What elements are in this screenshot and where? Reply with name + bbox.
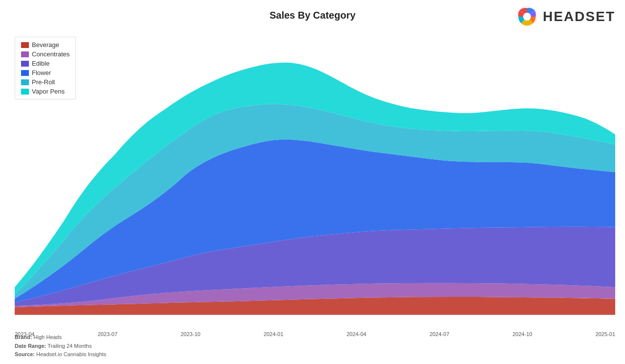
logo-text: HEADSET	[543, 9, 615, 24]
footer-date-value: Trailing 24 Months	[48, 343, 92, 349]
chart-area	[15, 34, 615, 325]
headset-logo-icon	[515, 5, 539, 28]
x-label-5: 2024-07	[430, 331, 449, 337]
footer-brand: Brand: High Heads	[15, 333, 106, 342]
footer-brand-value: High Heads	[34, 334, 62, 340]
x-label-4: 2024-04	[347, 331, 366, 337]
svg-point-1	[523, 13, 531, 21]
chart-svg	[15, 34, 615, 325]
footer-source-value: Headset.io Cannabis Insights	[36, 351, 106, 357]
footer-brand-label: Brand:	[15, 334, 32, 340]
footer-date-label: Date Range:	[15, 343, 46, 349]
logo: HEADSET	[515, 5, 615, 28]
footer-source: Source: Headset.io Cannabis Insights	[15, 350, 106, 359]
chart-container: HEADSET Sales By Category Beverage Conce…	[0, 0, 625, 364]
x-label-6: 2024-10	[512, 331, 532, 337]
footer-date: Date Range: Trailing 24 Months	[15, 342, 106, 351]
x-label-2: 2023-10	[181, 331, 200, 337]
footer-source-label: Source:	[15, 351, 35, 357]
x-label-7: 2025-01	[596, 331, 615, 337]
x-label-3: 2024-01	[264, 331, 283, 337]
footer-info: Brand: High Heads Date Range: Trailing 2…	[15, 333, 106, 359]
